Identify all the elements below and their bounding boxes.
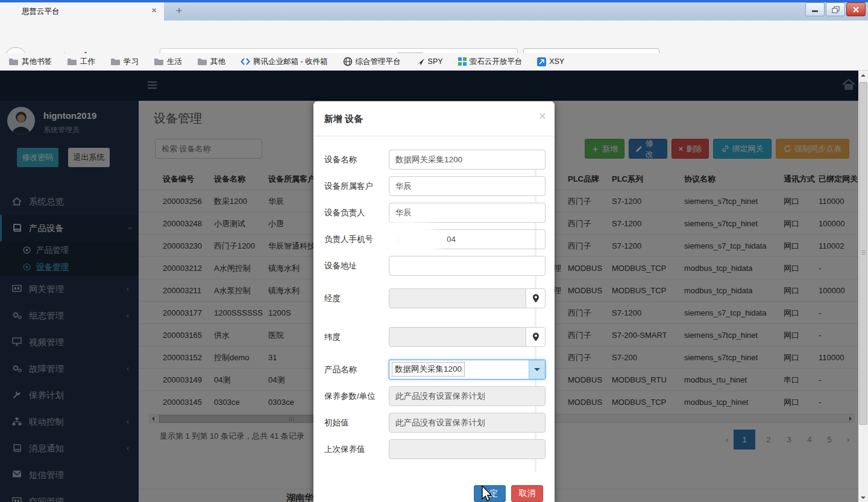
tab-close-icon[interactable]: × (151, 5, 157, 15)
window-titlebar: 思普云平台 × + (0, 0, 868, 21)
cancel-button[interactable]: 取消 (511, 485, 543, 502)
restore-icon (832, 6, 840, 13)
field-label: 经度 (324, 288, 388, 308)
ys7-icon (458, 57, 467, 66)
product-select[interactable]: 数据网关采集1200 (389, 360, 546, 380)
bookmark-mgmt-platform[interactable]: 综合管理平台 (343, 57, 401, 67)
mouse-cursor (481, 486, 494, 501)
tencent-mail-icon (241, 57, 250, 66)
scrollbar-thumb[interactable] (859, 82, 867, 425)
xsy-icon (537, 57, 546, 66)
latitude-map-button[interactable] (526, 327, 546, 347)
new-tab-button[interactable]: + (171, 4, 187, 19)
folder-icon (8, 57, 19, 66)
field-label: 设备负责人 (324, 203, 388, 223)
field-label: 保养参数/单位 (324, 386, 388, 406)
globe-icon (343, 57, 353, 66)
address-input[interactable] (389, 256, 546, 276)
bookmark-folder-other[interactable]: 其他书签 (8, 57, 52, 67)
field-label: 上次保养值 (324, 439, 388, 459)
longitude-input (389, 288, 526, 308)
window-controls (805, 2, 866, 16)
minimize-icon (811, 7, 819, 13)
bookmark-spy[interactable]: SPY (416, 57, 443, 66)
scroll-up-arrow[interactable] (861, 74, 866, 77)
bookmark-xsy[interactable]: XSY (537, 57, 564, 66)
modal-close-icon[interactable]: × (539, 109, 546, 123)
customer-input[interactable] (389, 176, 546, 196)
chevron-down-icon (534, 368, 540, 374)
page-viewport: hignton2019 系统管理员 修改密码 退出系统 系统总览 产品设备 ‹ … (0, 71, 868, 502)
field-label: 设备所属客户 (324, 176, 388, 196)
browser-tab[interactable]: 思普云平台 × (0, 2, 164, 21)
bookmarks-bar: 其他书签 工作 学习 生活 其他 腾讯企业邮箱 - 收件箱 综合管理平台 SPY… (0, 53, 868, 71)
spy-icon (416, 57, 425, 66)
longitude-map-button[interactable] (526, 288, 546, 308)
bookmark-folder-misc[interactable]: 其他 (197, 57, 225, 67)
field-label: 产品名称 (324, 360, 388, 380)
browser-toolbar: iot.idosp.net/admin/index.html?lang 80% … (0, 21, 868, 53)
maintain-unit-input (389, 386, 546, 406)
field-label: 设备名称 (324, 150, 388, 170)
page-scrollbar[interactable] (858, 71, 868, 502)
tab-title: 思普云平台 (22, 2, 60, 21)
field-label: 初始值 (324, 413, 388, 433)
scroll-down-arrow[interactable] (861, 497, 866, 499)
folder-icon (154, 57, 164, 66)
folder-icon (197, 57, 207, 66)
window-minimize-button[interactable] (805, 2, 825, 16)
close-icon (852, 7, 860, 13)
map-marker-icon (532, 294, 539, 303)
initial-value-input (389, 413, 546, 433)
field-label: 纬度 (324, 327, 388, 347)
bookmark-tencent-mail[interactable]: 腾讯企业邮箱 - 收件箱 (241, 57, 328, 67)
bookmark-folder-study[interactable]: 学习 (110, 57, 139, 67)
window-close-button[interactable] (846, 2, 866, 16)
bookmark-ys7-platform[interactable]: 萤石云开放平台 (458, 57, 523, 67)
window-restore-button[interactable] (826, 2, 845, 16)
folder-icon (110, 57, 121, 66)
last-maintain-input (389, 439, 546, 459)
map-marker-icon (532, 332, 539, 342)
modal-title: 新增 设备 (324, 113, 363, 125)
add-device-modal: 新增 设备 × 设备名称 设备所属客户 设备负责人 负责人手机号 1 04 设备… (313, 101, 555, 502)
bookmark-folder-life[interactable]: 生活 (154, 57, 182, 67)
field-label: 设备地址 (324, 256, 388, 276)
device-name-input[interactable] (389, 150, 546, 170)
divider (313, 136, 555, 136)
folder-icon (67, 57, 77, 66)
select-arrow-button[interactable] (529, 360, 545, 379)
bookmark-folder-work[interactable]: 工作 (67, 57, 95, 67)
screen: 思普云平台 × + (0, 0, 868, 502)
latitude-input (389, 327, 526, 347)
